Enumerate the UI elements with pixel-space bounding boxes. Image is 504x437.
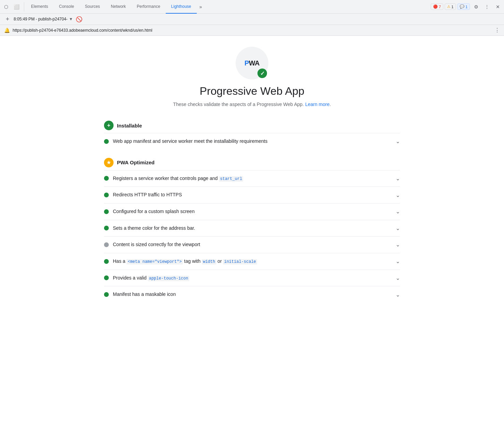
- chevron-down-icon: ⌄: [396, 138, 400, 145]
- audit-viewport[interactable]: Has a <meta name="viewport"> tag with wi…: [104, 253, 400, 270]
- audit-dot-green: [104, 292, 109, 297]
- audit-theme-text: Sets a theme color for the address bar.: [113, 225, 393, 232]
- security-icon: 🔔: [4, 28, 10, 33]
- audit-theme-color[interactable]: Sets a theme color for the address bar. …: [104, 220, 400, 237]
- pwa-hero: PWA Progressive Web App These checks val…: [104, 36, 400, 115]
- tab-row: + 8:05:49 PM - publish-p24704- ▼ 🚫: [0, 14, 504, 25]
- audit-dot-gray: [104, 242, 109, 247]
- url-display[interactable]: https://publish-p24704-e76433.adobeaemcl…: [13, 28, 492, 33]
- more-tabs-button[interactable]: »: [197, 0, 205, 14]
- tab-dropdown-icon[interactable]: ▼: [69, 17, 73, 21]
- warning-count: 1: [451, 5, 454, 9]
- audit-apple-touch-text: Provides a valid apple-touch-icon: [113, 275, 393, 282]
- pwa-logo-p: P: [244, 59, 249, 67]
- pwa-logo-wa: WA: [249, 59, 260, 67]
- url-more-options-icon[interactable]: ⋮: [494, 27, 500, 33]
- devtools-badges: 🔴 7 ⚠ 1 💬 1 ⚙ ⋮ ✕: [431, 2, 503, 12]
- audit-dot-green: [104, 259, 109, 264]
- lighthouse-content: PWA Progressive Web App These checks val…: [99, 36, 405, 314]
- tab-elements[interactable]: Elements: [26, 0, 54, 14]
- audit-content-width-text: Content is sized correctly for the viewp…: [113, 241, 393, 248]
- chevron-down-icon: ⌄: [396, 208, 400, 215]
- error-icon: 🔴: [433, 4, 438, 9]
- pwa-optimized-section-icon: ★: [104, 158, 114, 167]
- audit-redirects-text: Redirects HTTP traffic to HTTPS: [113, 192, 393, 198]
- audit-content-width[interactable]: Content is sized correctly for the viewp…: [104, 236, 400, 253]
- more-options-icon[interactable]: ⋮: [482, 2, 492, 12]
- tab-label: 8:05:49 PM - publish-p24704- ▼: [14, 17, 73, 21]
- pwa-subtitle: These checks validate the aspects of a P…: [173, 102, 331, 107]
- audit-manifest-text: Web app manifest and service worker meet…: [113, 138, 393, 145]
- audit-service-worker-text: Registers a service worker that controls…: [113, 175, 393, 182]
- chevron-down-icon: ⌄: [396, 175, 400, 182]
- no-icon: 🚫: [76, 16, 83, 22]
- info-badge[interactable]: 💬 1: [457, 3, 470, 10]
- audit-service-worker[interactable]: Registers a service worker that controls…: [104, 170, 400, 187]
- installable-section-title: Installable: [117, 123, 142, 129]
- error-count: 7: [439, 5, 441, 9]
- pwa-title: Progressive Web App: [199, 85, 304, 97]
- pwa-check-icon: [257, 69, 267, 78]
- warning-badge[interactable]: ⚠ 1: [445, 3, 456, 10]
- warning-icon: ⚠: [447, 4, 450, 9]
- tab-sources[interactable]: Sources: [79, 0, 105, 14]
- tab-lighthouse[interactable]: Lighthouse: [166, 0, 197, 14]
- error-badge[interactable]: 🔴 7: [431, 3, 443, 10]
- installable-section-header: + Installable: [104, 115, 400, 133]
- audit-maskable-icon-text: Manifest has a maskable icon: [113, 291, 393, 298]
- audit-maskable-icon[interactable]: Manifest has a maskable icon ⌄: [104, 286, 400, 303]
- installable-section-icon: +: [104, 121, 114, 130]
- tab-label-text: 8:05:49 PM - publish-p24704-: [14, 17, 68, 21]
- cursor-icon[interactable]: ⬡: [1, 2, 11, 12]
- pwa-logo-circle: PWA: [236, 47, 268, 79]
- chevron-down-icon: ⌄: [396, 258, 400, 265]
- devtools-toolbar: ⬡ ⬜ Elements Console Sources Network Per…: [0, 0, 504, 14]
- audit-manifest-service-worker[interactable]: Web app manifest and service worker meet…: [104, 133, 400, 150]
- audit-dot-green: [104, 275, 109, 280]
- address-bar-area: + 8:05:49 PM - publish-p24704- ▼ 🚫 🔔 htt…: [0, 14, 504, 36]
- devtools-tabs: Elements Console Sources Network Perform…: [26, 0, 431, 14]
- add-tab-button[interactable]: +: [4, 16, 11, 22]
- chevron-down-icon: ⌄: [396, 241, 400, 248]
- audit-dot-green: [104, 226, 109, 230]
- audit-dot-green: [104, 176, 109, 181]
- audit-dot-green: [104, 139, 109, 144]
- chevron-down-icon: ⌄: [396, 225, 400, 231]
- chevron-down-icon: ⌄: [396, 192, 400, 198]
- audit-viewport-text: Has a <meta name="viewport"> tag with wi…: [113, 258, 393, 265]
- info-icon: 💬: [460, 4, 464, 9]
- audit-splash-text: Configured for a custom splash screen: [113, 208, 393, 215]
- chevron-down-icon: ⌄: [396, 291, 400, 298]
- tab-console[interactable]: Console: [54, 0, 79, 14]
- audit-apple-touch-icon[interactable]: Provides a valid apple-touch-icon ⌄: [104, 270, 400, 286]
- tab-performance[interactable]: Performance: [131, 0, 166, 14]
- settings-icon[interactable]: ⚙: [471, 2, 481, 12]
- learn-more-link[interactable]: Learn more: [305, 102, 330, 107]
- audit-splash-screen[interactable]: Configured for a custom splash screen ⌄: [104, 203, 400, 220]
- info-count: 1: [465, 5, 468, 9]
- pwa-subtitle-text: These checks validate the aspects of a P…: [173, 102, 304, 107]
- chevron-down-icon: ⌄: [396, 275, 400, 281]
- audit-redirects-http[interactable]: Redirects HTTP traffic to HTTPS ⌄: [104, 186, 400, 203]
- device-toggle-icon[interactable]: ⬜: [12, 2, 21, 12]
- close-icon[interactable]: ✕: [493, 2, 503, 12]
- tab-network[interactable]: Network: [105, 0, 131, 14]
- audit-dot-green: [104, 209, 109, 214]
- pwa-optimized-section-header: ★ PWA Optimized: [104, 152, 400, 170]
- url-row: 🔔 https://publish-p24704-e76433.adobeaem…: [0, 25, 504, 35]
- audit-dot-green: [104, 193, 109, 197]
- pwa-logo-text: PWA: [244, 59, 260, 67]
- devtools-left-icons: ⬡ ⬜: [1, 2, 24, 12]
- pwa-optimized-section-title: PWA Optimized: [117, 160, 154, 165]
